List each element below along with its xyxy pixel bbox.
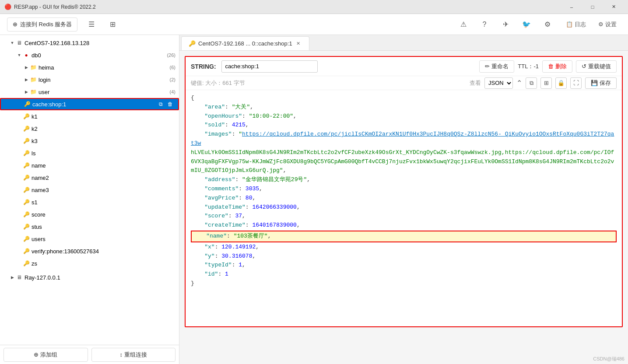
lock-icon-btn[interactable]: 🔒 — [555, 77, 567, 89]
twitter-icon-btn[interactable]: 🐦 — [519, 18, 533, 32]
add-group-label: 添加组 — [40, 351, 57, 359]
maximize-button[interactable]: □ — [582, 0, 603, 14]
key-k2[interactable]: 🔑 k2 — [0, 122, 179, 135]
folder-login[interactable]: ▶ 📁 login (2) — [0, 74, 179, 86]
key-name-input[interactable] — [221, 60, 318, 73]
active-tab[interactable]: 🔑 CentOS7-192.168 ... 0::cache:shop:1 ✕ — [181, 36, 309, 50]
key-cache-shop-1[interactable]: 🔑 cache:shop:1 ⧉ 🗑 — [0, 98, 179, 110]
telegram-icon-btn[interactable]: ✈ — [498, 18, 512, 32]
key-stus-label: stus — [32, 224, 175, 230]
hamburger-button[interactable]: ☰ — [84, 18, 98, 32]
server-item[interactable]: ▼ 🖥 CentOS7-192.168.13.128 — [0, 37, 179, 49]
server-ray-label: Ray-127.0.0.1 — [25, 274, 175, 281]
key-users-label: users — [32, 236, 175, 242]
tab-close-button[interactable]: ✕ — [295, 40, 302, 47]
tab-bar: 🔑 CentOS7-192.168 ... 0::cache:shop:1 ✕ — [179, 35, 628, 51]
copy-icon-btn[interactable]: ⧉ — [526, 77, 537, 89]
reconnect-icon: ↕ — [120, 351, 123, 358]
settings-button[interactable]: ⚙ 设置 — [594, 19, 621, 30]
log-icon: 📋 — [566, 21, 573, 28]
db-icon: ● — [23, 52, 30, 59]
folder-user-toggle: ▶ — [23, 88, 30, 95]
connect-button[interactable]: ⊕ 连接到 Redis 服务器 — [7, 18, 77, 32]
folder-login-icon: 📁 — [30, 76, 37, 83]
help-icon-btn[interactable]: ? — [477, 18, 491, 32]
folder-login-label: login — [39, 77, 169, 83]
key-cache-shop-1-label: cache:shop:1 — [32, 101, 156, 108]
key-verify-phone-label: verify:phone:13600527634 — [32, 248, 175, 255]
view-format-select[interactable]: JSON Text — [484, 77, 513, 89]
add-group-button[interactable]: ⊕ 添加组 — [4, 348, 88, 362]
rename-label: 重命名 — [491, 63, 509, 70]
key-k3-icon: 🔑 — [23, 137, 30, 144]
main-panel: 🔑 CentOS7-192.168 ... 0::cache:shop:1 ✕ … — [179, 35, 628, 364]
key-s1-icon: 🔑 — [23, 199, 30, 206]
app-icon: 🔴 — [4, 4, 11, 10]
folder-user-label: user — [39, 89, 169, 95]
rename-button[interactable]: ✏ 重命名 — [479, 60, 514, 73]
key-k1[interactable]: 🔑 k1 — [0, 110, 179, 122]
close-button[interactable]: ✕ — [603, 0, 624, 14]
folder-heima-icon: 📁 — [30, 64, 37, 71]
key-name-icon: 🔑 — [23, 162, 30, 169]
key-zs[interactable]: 🔑 zs — [0, 257, 179, 270]
reload-label: 重载键值 — [588, 63, 611, 70]
folder-login-count: (2) — [170, 77, 175, 82]
key-k3[interactable]: 🔑 k3 — [0, 135, 179, 147]
key-verify-phone[interactable]: 🔑 verify:phone:13600527634 — [0, 245, 179, 257]
minimize-button[interactable]: – — [561, 0, 582, 14]
tab-label: CentOS7-192.168 ... 0::cache:shop:1 — [198, 40, 292, 47]
key-ls[interactable]: 🔑 ls — [0, 147, 179, 159]
delete-button[interactable]: 🗑 删除 — [542, 60, 572, 73]
key-name2[interactable]: 🔑 name2 — [0, 172, 179, 184]
size-bar: 键值: 大小：661 字节 查看 JSON Text ⌃ ⧉ ⊞ 🔒 ⛶ 💾 保… — [186, 76, 622, 90]
key-name3-icon: 🔑 — [23, 186, 30, 193]
server-ray[interactable]: ▶ 🖥 Ray-127.0.0.1 — [0, 271, 179, 284]
tree-area: ▼ 🖥 CentOS7-192.168.13.128 ▼ ● db0 (26) … — [0, 35, 179, 345]
plus-icon: ⊕ — [13, 21, 18, 28]
content-area: ▼ 🖥 CentOS7-192.168.13.128 ▼ ● db0 (26) … — [0, 35, 628, 364]
chevron-icon[interactable]: ⌃ — [516, 79, 522, 87]
sidebar-footer: ⊕ 添加组 ↕ 重组连接 — [0, 345, 179, 364]
watermark: CSDN@瑞486 — [593, 356, 624, 362]
fullscreen-icon-btn[interactable]: ⛶ — [570, 77, 582, 89]
key-s1[interactable]: 🔑 s1 — [0, 196, 179, 208]
db-item[interactable]: ▼ ● db0 (26) — [0, 49, 179, 61]
delete-key-button[interactable]: 🗑 — [166, 100, 175, 108]
log-button[interactable]: 📋 日志 — [561, 19, 590, 30]
key-stus[interactable]: 🔑 stus — [0, 220, 179, 233]
folder-user[interactable]: ▶ 📁 user (4) — [0, 86, 179, 98]
folder-heima-label: heima — [39, 64, 169, 71]
folder-heima-count: (6) — [170, 65, 175, 70]
folder-user-icon: 📁 — [30, 88, 37, 95]
key-users[interactable]: 🔑 users — [0, 233, 179, 245]
key-k2-label: k2 — [32, 126, 175, 132]
key-name[interactable]: 🔑 name — [0, 159, 179, 172]
db-count: (26) — [167, 52, 175, 58]
key-score[interactable]: 🔑 score — [0, 208, 179, 220]
key-actions: ⧉ 🗑 — [156, 100, 175, 108]
reload-button[interactable]: ↺ 重载键值 — [576, 60, 617, 73]
key-toolbar: STRING: ✏ 重命名 TTL：-1 🗑 删除 ↺ 重载键值 — [186, 57, 622, 76]
db-label: db0 — [32, 52, 166, 59]
connect-label: 连接到 Redis 服务器 — [20, 21, 72, 28]
expand-icon-btn[interactable]: ⊞ — [540, 77, 552, 89]
app-container: ⊕ 连接到 Redis 服务器 ☰ ⊞ ⚠ ? ✈ 🐦 ⚙ 📋 日志 ⚙ 设置 — [0, 14, 628, 364]
copy-key-button[interactable]: ⧉ — [156, 100, 165, 108]
save-button[interactable]: 💾 保存 — [585, 77, 617, 89]
reconnect-button[interactable]: ↕ 重组连接 — [91, 348, 176, 362]
key-name2-label: name2 — [32, 175, 175, 181]
github-icon-btn[interactable]: ⚙ — [540, 18, 554, 32]
gear-icon: ⚙ — [598, 21, 603, 28]
folder-heima[interactable]: ▶ 📁 heima (6) — [0, 61, 179, 74]
json-content: { "area": "大关", "openHours": "10:00-22:0… — [186, 90, 622, 326]
key-name3[interactable]: 🔑 name3 — [0, 184, 179, 196]
key-score-icon: 🔑 — [23, 211, 30, 218]
layout-button[interactable]: ⊞ — [105, 18, 119, 32]
key-k1-label: k1 — [32, 113, 175, 120]
plus-icon: ⊕ — [34, 351, 39, 358]
warning-icon-btn[interactable]: ⚠ — [456, 18, 470, 32]
server-ray-icon: 🖥 — [16, 274, 23, 281]
toolbar-right: 📋 日志 ⚙ 设置 — [561, 19, 621, 30]
key-verify-phone-icon: 🔑 — [23, 248, 30, 255]
